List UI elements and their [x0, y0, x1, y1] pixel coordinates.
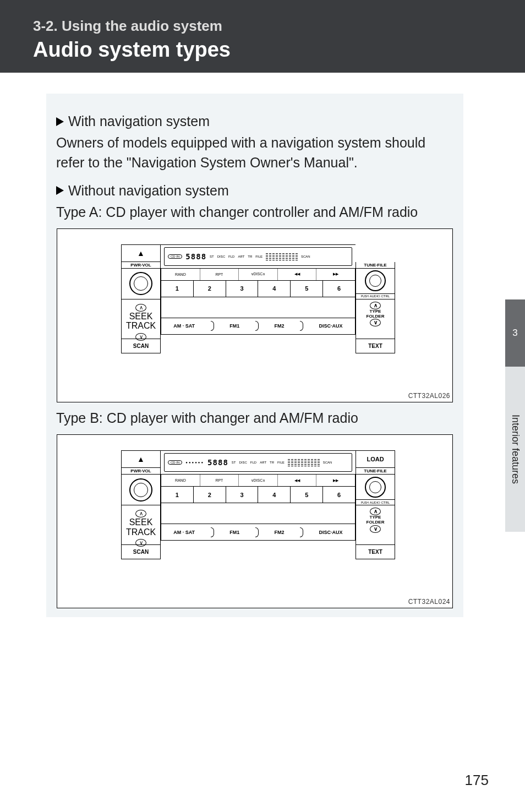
bullet-text: Without navigation system	[68, 183, 229, 199]
lcd-display-frame: CD IN ●●●●●● 5888 ST DISC FLD ART TR FIL…	[161, 450, 356, 475]
seek-label: SEEK	[129, 312, 153, 321]
type-label: TYPE	[370, 309, 381, 314]
preset-6-button[interactable]: 6	[323, 281, 356, 297]
lcd-tr: TR	[270, 461, 274, 464]
audio-ctrl-label: PUSH AUDIO CTRL	[356, 500, 395, 505]
seek-track-button[interactable]: ∧ SEEK TRACK ∨	[121, 299, 161, 339]
lcd-fld: FLD	[228, 255, 234, 258]
lcd-display: CD IN ●●●●●● 5888 ST DISC FLD ART TR FIL…	[164, 453, 352, 472]
type-folder-button[interactable]: ∧ TYPE FOLDER ∨	[356, 299, 395, 339]
volume-knob[interactable]	[121, 475, 161, 505]
preset-row: 1 2 3 4 5 6	[161, 281, 356, 297]
lcd-disc: DISC	[217, 255, 225, 258]
with-nav-body: Owners of models equipped with a navigat…	[56, 133, 453, 173]
knob-icon	[365, 270, 386, 291]
lcd-art: ART	[260, 461, 266, 464]
lcd-scan: SCAN	[301, 255, 310, 258]
figure-type-a: ▲ PWR·VOL ∧ SEEK TRACK ∨ SCAN	[57, 228, 453, 402]
load-button[interactable]: LOAD	[356, 450, 395, 468]
push-label: PUSH	[361, 295, 369, 298]
text-button[interactable]: TEXT	[356, 545, 395, 559]
tune-knob[interactable]	[356, 269, 395, 294]
scan-button[interactable]: SCAN	[121, 545, 161, 559]
lcd-tr: TR	[248, 255, 252, 258]
radio-right-col: LOAD TUNE·FILE PUSH AUDIO CTRL ∧ TYPE FO…	[356, 450, 395, 559]
preset-row: 1 2 3 4 5 6	[161, 487, 356, 503]
preset-3-button[interactable]: 3	[226, 487, 259, 503]
disc-aux-button[interactable]: DISC·AUX	[317, 530, 345, 535]
radio-mid-col: CD IN 5888 ST DISC FLD ART TR FILE SCAN	[161, 244, 356, 353]
fast-forward-button[interactable]: ▶▶	[316, 269, 355, 280]
scan-button[interactable]: SCAN	[121, 339, 161, 353]
disc-up-down-button[interactable]: ∨DISC∧	[239, 269, 278, 280]
type-a-label: Type A: CD player with changer controlle…	[56, 202, 453, 222]
text-button[interactable]: TEXT	[356, 339, 395, 353]
preset-3-button[interactable]: 3	[226, 281, 259, 297]
lcd-art: ART	[238, 255, 244, 258]
page: 3-2. Using the audio system Audio system…	[0, 0, 525, 812]
folder-label: FOLDER	[367, 314, 385, 319]
preset-1-button[interactable]: 1	[161, 487, 194, 503]
radio-right-col: TUNE·FILE PUSH AUDIO CTRL ∧ TYPE FOLDER …	[356, 244, 395, 353]
folder-label: FOLDER	[367, 520, 385, 525]
volume-knob[interactable]	[121, 269, 161, 299]
separator-icon	[300, 321, 303, 331]
disc-up-down-button[interactable]: ∨DISC∧	[239, 475, 278, 486]
eject-icon: ▲	[137, 249, 145, 258]
am-sat-button[interactable]: AM · SAT	[171, 530, 197, 535]
fast-forward-button[interactable]: ▶▶	[316, 475, 355, 486]
tune-file-label: TUNE·FILE	[356, 468, 395, 475]
preset-5-button[interactable]: 5	[291, 281, 323, 297]
knob-icon	[129, 272, 152, 295]
header-band: 3-2. Using the audio system Audio system…	[0, 0, 525, 73]
fm2-button[interactable]: FM2	[272, 323, 286, 329]
rpt-button[interactable]: RPT	[200, 475, 239, 486]
preset-2-button[interactable]: 2	[194, 487, 226, 503]
separator-icon	[211, 527, 214, 537]
fm1-button[interactable]: FM1	[227, 323, 242, 329]
page-title: Audio system types	[33, 38, 525, 62]
preset-1-button[interactable]: 1	[161, 281, 194, 297]
separator-icon	[300, 527, 303, 537]
rewind-button[interactable]: ◀◀	[278, 269, 317, 280]
fm2-button[interactable]: FM2	[272, 530, 286, 535]
chevron-up-icon: ∧	[370, 508, 381, 515]
push-label: PUSH	[361, 501, 369, 504]
band-row: AM · SAT FM1 FM2 DISC·AUX	[161, 318, 356, 335]
bullet-text: With navigation system	[68, 113, 210, 129]
preset-6-button[interactable]: 6	[323, 487, 356, 503]
rand-button[interactable]: RAND	[161, 475, 200, 486]
preset-2-button[interactable]: 2	[194, 281, 226, 297]
knob-icon	[129, 478, 152, 502]
triangle-icon	[56, 186, 64, 195]
chapter-label: Interior features	[510, 415, 521, 484]
radio-mid-col: CD IN ●●●●●● 5888 ST DISC FLD ART TR FIL…	[161, 450, 356, 559]
rewind-button[interactable]: ◀◀	[278, 475, 317, 486]
rpt-button[interactable]: RPT	[200, 269, 239, 280]
preset-4-button[interactable]: 4	[258, 487, 291, 503]
type-label: TYPE	[370, 515, 381, 520]
radio-unit-a: ▲ PWR·VOL ∧ SEEK TRACK ∨ SCAN	[121, 244, 395, 353]
tune-knob[interactable]	[356, 475, 395, 500]
fm1-button[interactable]: FM1	[227, 530, 242, 535]
knob-icon	[365, 477, 386, 498]
pwr-vol-label: PWR·VOL	[121, 468, 161, 475]
eject-button[interactable]: ▲	[121, 244, 161, 262]
seek-label: SEEK	[129, 517, 153, 527]
rand-button[interactable]: RAND	[161, 269, 200, 280]
blank-panel	[161, 297, 356, 318]
eject-icon: ▲	[137, 455, 145, 464]
eject-button[interactable]: ▲	[121, 450, 161, 468]
preset-5-button[interactable]: 5	[291, 487, 323, 503]
blank-panel	[161, 503, 356, 524]
chapter-number: 3	[512, 328, 517, 339]
cdin-indicator: CD IN	[168, 460, 182, 465]
disc-dots: ●●●●●●	[185, 461, 204, 464]
am-sat-button[interactable]: AM · SAT	[171, 323, 197, 329]
chevron-up-icon: ∧	[135, 304, 146, 312]
radio-unit-b: ▲ PWR·VOL ∧ SEEK TRACK ∨ SCAN	[121, 450, 395, 559]
preset-4-button[interactable]: 4	[258, 281, 291, 297]
disc-aux-button[interactable]: DISC·AUX	[317, 323, 345, 329]
type-folder-button[interactable]: ∧ TYPE FOLDER ∨	[356, 505, 395, 545]
seek-track-button[interactable]: ∧ SEEK TRACK ∨	[121, 505, 161, 545]
